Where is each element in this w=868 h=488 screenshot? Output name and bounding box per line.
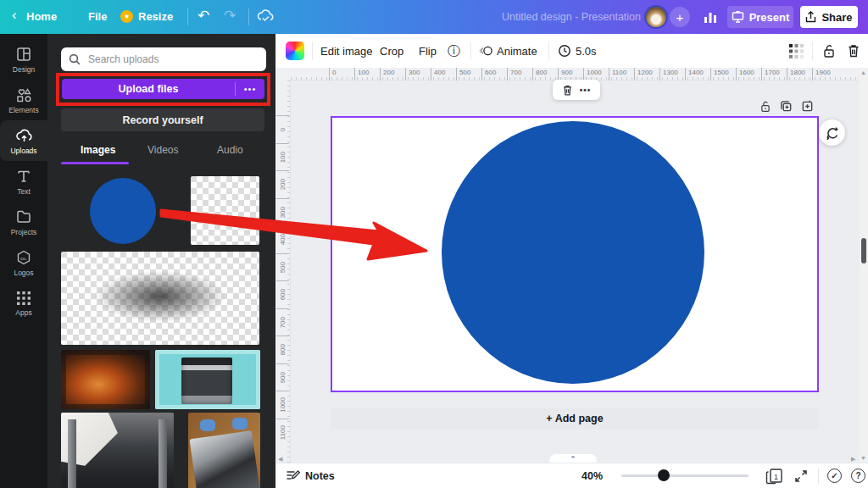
animate-icon [479,44,493,58]
undo-icon[interactable]: ↶ [198,7,209,25]
thumbnail-oven-cleaning-photo[interactable] [61,413,174,488]
clock-icon [558,44,571,58]
comment-plus-icon [826,126,839,140]
more-options-icon[interactable]: ••• [580,86,592,95]
folder-icon [15,208,32,225]
oven-door [189,430,259,488]
notes-icon [286,469,300,483]
upload-more-options-icon[interactable]: ••• [236,84,264,94]
unlock-icon[interactable] [822,43,836,58]
blue-glove [200,419,215,431]
design-title[interactable]: Untitled design - Presentation [502,11,641,23]
resize-button[interactable]: Resize [138,10,173,23]
ruler-label: 1000 [583,68,609,80]
flip-button[interactable]: Flip [419,45,437,58]
active-tab-underline [61,162,129,164]
scroll-right-icon[interactable]: ▶ [851,456,855,463]
ruler-label: 500 [456,68,481,80]
thumbnail-oven-door-photo[interactable] [188,413,260,488]
present-label: Present [749,11,790,24]
redo-icon[interactable]: ↷ [224,7,236,25]
tab-audio[interactable]: Audio [217,144,243,156]
delete-icon[interactable] [847,43,860,58]
sidebar-item-uploads[interactable]: Uploads [0,120,47,161]
blue-circle-element[interactable] [442,121,704,384]
help-button[interactable]: ? [851,469,865,483]
sidebar-item-logos[interactable]: co. Logos [0,242,47,283]
sidebar-item-design[interactable]: Design [0,39,47,80]
position-transparency-icon[interactable] [789,44,804,58]
avatar[interactable] [646,7,666,27]
tab-videos[interactable]: Videos [147,144,178,156]
duplicate-page-icon[interactable] [780,100,793,113]
thumbnail-oven-product-selected[interactable] [155,350,260,409]
home-button[interactable]: Home [26,10,57,23]
page-number: 1 [774,473,778,481]
thumbnail-oven-roast-photo[interactable] [61,350,150,409]
add-page-icon[interactable] [801,100,814,113]
zoom-slider-knob[interactable] [658,469,670,481]
file-menu-button[interactable]: File [88,10,107,23]
elements-shapes-icon [15,86,32,103]
sidebar-item-projects[interactable]: Projects [0,202,47,242]
vertical-scrollbar-thumb[interactable] [861,238,866,263]
add-page-button[interactable]: + Add page [331,408,819,430]
crop-button[interactable]: Crop [380,45,403,58]
sidebar-item-elements[interactable]: Elements [0,80,47,120]
share-icon [805,11,816,23]
sidebar-item-label: Design [13,65,35,74]
record-yourself-button[interactable]: Record yourself [61,108,264,131]
ruler-label: 1200 [634,68,659,80]
edit-image-button[interactable]: Edit image [320,45,372,58]
add-member-button[interactable]: + [670,7,690,27]
resize-star-icon: ★ [120,10,133,23]
scroll-up-icon[interactable]: ▲ [860,69,866,75]
fullscreen-icon[interactable] [794,469,808,483]
ruler-label: 300 [276,198,289,226]
animate-button[interactable]: Animate [497,45,537,58]
page-controls [760,100,814,113]
upload-files-button[interactable]: Upload files ••• [62,79,264,99]
ruler-label: 900 [276,363,289,391]
duration-button[interactable]: 5.0s [576,45,597,58]
thumbnail-transparent-square[interactable] [191,176,259,245]
ruler-label: 1000 [276,391,289,419]
oven-image [181,358,232,404]
thumbnail-shadow-image[interactable] [61,252,259,345]
delete-element-icon[interactable] [562,84,573,97]
insights-chart-icon[interactable] [703,9,718,25]
status-check-icon[interactable]: ✓ [827,469,842,483]
pages-indicator[interactable]: 1 [765,468,783,485]
notes-button[interactable]: Notes [305,470,335,482]
lock-page-icon[interactable] [760,100,771,113]
thumbnail-blue-circle[interactable] [90,178,156,244]
present-button[interactable]: Present [727,6,793,28]
oven-rail [159,419,167,488]
zoom-slider-track[interactable] [621,474,748,477]
design-page[interactable] [331,116,819,392]
vertical-scrollbar[interactable]: ▲ ▼ [860,68,868,463]
sidebar-item-label: Elements [8,106,38,114]
zoom-value-label[interactable]: 40% [581,470,603,482]
ruler-label: 1400 [685,68,710,80]
back-chevron-icon[interactable]: ‹ [12,7,17,24]
ruler-label: 200 [380,68,405,80]
divider [812,42,813,60]
info-icon[interactable]: ⓘ [448,43,460,59]
ruler-label: 1500 [710,68,736,80]
sidebar-item-apps[interactable]: Apps [0,283,47,324]
add-page-label: + Add page [546,413,603,424]
search-uploads-box[interactable] [61,47,266,71]
search-uploads-input[interactable] [86,53,259,66]
tab-images[interactable]: Images [81,144,115,156]
scroll-down-icon[interactable]: ▼ [860,455,866,461]
search-icon [69,53,81,65]
canva-editor: ‹ Home File ★ Resize ↶ ↷ Untitled design… [0,0,868,488]
add-comment-button[interactable] [819,119,845,146]
color-swatch-button[interactable] [286,42,304,60]
ruler-corner [275,68,291,80]
scroll-left-icon[interactable]: ◀ [278,456,282,463]
ruler-label: 1900 [812,68,837,80]
sidebar-item-text[interactable]: Text [0,161,47,202]
share-button[interactable]: Share [800,6,858,28]
